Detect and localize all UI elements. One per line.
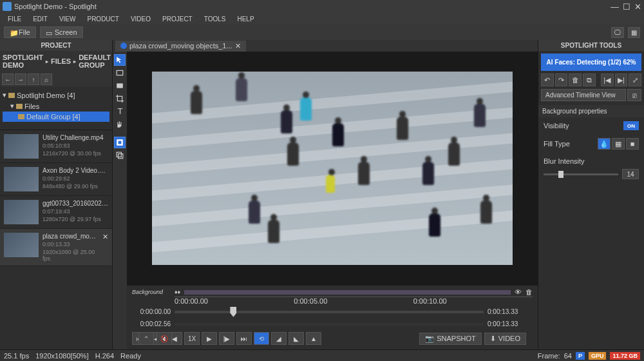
menu-tools[interactable]: TOOLS [199,14,231,24]
nav-fwd[interactable]: → [15,73,26,85]
file-button[interactable]: 📁File [4,26,36,38]
menu-video[interactable]: VIDEO [126,14,156,24]
rect-tool[interactable] [114,67,126,79]
minimize-button[interactable]: — [611,2,619,12]
time-current: 0:00:02.56 [132,320,171,327]
expand-button[interactable]: ⤢ [629,73,641,86]
maximize-button[interactable]: ☐ [623,2,630,12]
blur-slider[interactable] [544,173,618,175]
svg-rect-5 [117,152,121,157]
scrubber[interactable] [175,311,484,313]
screen-icon: ▭ [46,29,52,35]
redo-button[interactable]: ↷ [555,73,568,86]
fill-solid-option[interactable]: ■ [626,138,639,150]
media-item[interactable]: Utility Challenge.mp40:05:10:831216x720 … [0,130,112,163]
monitor-button[interactable]: 🖵 [611,27,624,38]
nav-back[interactable]: ← [2,73,14,85]
media-item[interactable]: Axon Body 2 Video.mp40:00:29:62848x480 @… [0,163,112,196]
badge-gpu: GPU [589,352,607,360]
bc-group[interactable]: DEFAULT GROUP [79,54,111,69]
tree-files[interactable]: ▾ Files [3,101,109,112]
zoom-bar[interactable] [175,323,484,326]
status-state: Ready [120,352,141,360]
fill-pixelate-option[interactable]: ▦ [612,138,625,150]
nav-search[interactable]: ⌕ [41,73,52,85]
adv-timeline-button[interactable]: Advanced Timeline View [541,89,626,101]
video-tab[interactable]: plaza crowd_moving objects_1... ✕ [115,41,246,52]
visibility-toggle[interactable]: ON [623,121,639,130]
bg-props-header: Background properties [538,105,644,117]
step-fwd-button[interactable]: |▶ [219,332,234,345]
mute-button[interactable]: 🔇 [156,332,172,345]
goto-end-button[interactable]: ⏭ [236,332,252,345]
pointer-tool[interactable] [114,54,126,66]
ai-status-banner[interactable]: AI Faces: Detecting (1/2) 62% [541,54,641,71]
tree-group[interactable]: Default Group [4] [3,112,109,122]
rect-fill-tool[interactable] [114,80,126,92]
track-eye-icon[interactable]: 👁 [515,288,522,296]
layers-tool[interactable] [114,150,126,161]
menu-edit[interactable]: EDIT [28,14,53,24]
blur-value[interactable]: 14 [622,169,639,179]
project-tree: ▾ Spotlight Demo [4] ▾ Files Default Gro… [0,87,112,124]
menu-file[interactable]: FILE [3,14,26,24]
next-kf-button[interactable]: ▶| [615,73,628,86]
marker-b-button[interactable]: ◣ [289,332,304,345]
layout-button[interactable]: ▦ [628,27,640,38]
fill-blur-option[interactable]: 💧 [598,138,611,150]
snapshot-button[interactable]: 📷SNAPSHOT [419,333,482,345]
close-tab-icon[interactable]: ✕ [235,42,241,50]
text-tool[interactable]: T [114,106,126,117]
copy-button[interactable]: ⧉ [583,73,596,86]
ruler[interactable]: 0:00:00.00 0:00:05.00 0:00:10.00 [175,297,533,306]
menu-product[interactable]: PRODUCT [82,14,124,24]
bc-files[interactable]: FILES [51,57,71,65]
bc-root[interactable]: SPOTLIGHT DEMO [3,54,43,69]
close-button[interactable]: ✕ [634,2,641,12]
video-frame [152,72,513,265]
status-res: 1920x1080[50%] [35,352,89,360]
menu-help[interactable]: HELP [232,14,259,24]
folder-icon: 📁 [10,29,16,35]
titlebar: Spotlight Demo - Spotlight — ☐ ✕ [0,0,644,13]
svg-text:T: T [117,108,122,115]
screen-button[interactable]: ▭Screen [40,26,83,38]
export-video-button[interactable]: ⬇VIDEO [484,333,526,345]
marker-a-button[interactable]: ◢ [271,332,287,345]
menu-project[interactable]: PROJECT [157,14,198,24]
timeline-toggle[interactable]: ⎚ [627,89,641,101]
mask-tool[interactable] [114,137,126,148]
delete-button[interactable]: 🗑 [569,73,582,86]
status-fps: 25.1 fps [4,352,29,360]
track-delete-icon[interactable]: 🗑 [526,288,533,296]
frame-label: Frame: [538,352,560,360]
media-item[interactable]: plaza crowd_moving obj...0:00:13.331920x… [0,229,112,266]
tools-panel: SPOTLIGHT TOOLS AI Faces: Detecting (1/2… [538,40,644,349]
collapse-button[interactable]: ⌃ [138,332,154,345]
viewport: Background ♦♦ 👁 🗑 0:00:00.00 0:00:05.00 … [127,52,538,349]
svg-rect-6 [118,154,123,159]
crop-tool[interactable] [114,93,126,104]
track-markers: ♦♦ [175,289,180,295]
media-item[interactable]: ggt00733_20160202150...0:07:19:431280x72… [0,196,112,229]
play-button[interactable]: ▶ [202,332,217,345]
badge-mem: 11.72 GB [610,352,640,360]
project-panel: PROJECT SPOTLIGHT DEMO▸ FILES▸ DEFAULT G… [0,40,113,349]
tree-root[interactable]: ▾ Spotlight Demo [4] [3,90,109,101]
menu-view[interactable]: VIEW [54,14,81,24]
nav-up[interactable]: ↑ [28,73,39,85]
prev-kf-button[interactable]: |◀ [601,73,614,86]
undo-button[interactable]: ↶ [541,73,554,86]
tool-column: T [113,52,127,349]
status-codec: H.264 [95,352,114,360]
tab-bar: plaza crowd_moving objects_1... ✕ [113,40,538,52]
speed-button[interactable]: 1X [184,332,200,345]
video-canvas[interactable] [127,52,538,285]
close-icon[interactable]: ✕ [102,233,108,262]
visibility-label: Visibility [544,122,569,130]
hand-tool[interactable] [114,119,126,130]
media-list: Utility Challenge.mp40:05:10:831216x720 … [0,130,112,349]
marker-c-button[interactable]: ▲ [306,332,321,345]
track-bar[interactable] [184,290,511,295]
loop-button[interactable]: ⟲ [254,332,269,345]
